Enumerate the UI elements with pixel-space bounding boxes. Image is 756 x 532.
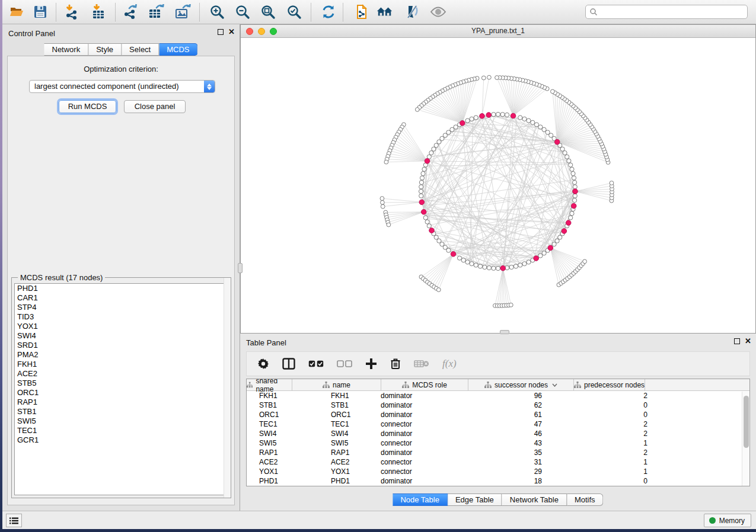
table-row[interactable]: PHD1 PHD1 dominator 18 0 <box>247 476 749 486</box>
column-header[interactable]: successor nodes <box>468 379 574 390</box>
cell-name[interactable]: ACE2 <box>324 458 370 466</box>
table-row[interactable]: RAP1 RAP1 dominator 35 2 <box>247 448 749 457</box>
table-tab[interactable]: Node Table <box>393 493 448 506</box>
cell-shared-name[interactable]: FKH1 <box>247 392 324 400</box>
network-frame-titlebar[interactable]: YPA_prune.txt_1 <box>241 25 755 38</box>
table-scrollbar[interactable] <box>742 392 749 486</box>
table-row[interactable]: YOX1 YOX1 connector 29 1 <box>247 467 749 476</box>
add-column-icon[interactable] <box>365 358 377 370</box>
table-row[interactable]: FKH1 FKH1 dominator 96 2 <box>247 391 749 400</box>
cell-shared-name[interactable]: PHD1 <box>247 477 324 485</box>
column-header[interactable]: predecessor nodes <box>574 379 645 390</box>
save-session-icon[interactable] <box>32 4 49 20</box>
cell-successor-nodes[interactable]: 18 <box>459 477 546 485</box>
column-header[interactable]: MCDS role <box>381 379 468 390</box>
table-scrollbar-thumb[interactable] <box>744 396 749 448</box>
mcds-result-item[interactable]: SWI5 <box>15 416 228 426</box>
cell-mcds-role[interactable]: connector <box>370 439 459 447</box>
network-canvas[interactable] <box>241 39 755 333</box>
mcds-result-item[interactable]: TID3 <box>15 312 228 322</box>
delete-table-icon[interactable] <box>414 360 429 368</box>
cell-mcds-role[interactable]: dominator <box>370 411 459 419</box>
export-image-icon[interactable] <box>175 4 192 20</box>
mcds-result-list[interactable]: PHD1CAR1STP4TID3YOX1SWI4SRD1PMA2FKH1ACE2… <box>14 283 228 495</box>
horizontal-splitter-handle[interactable] <box>500 330 509 334</box>
result-list-scrollbar[interactable] <box>224 278 231 498</box>
cell-successor-nodes[interactable]: 29 <box>459 467 546 476</box>
control-panel-tab[interactable]: MCDS <box>159 43 197 56</box>
cell-name[interactable]: PHD1 <box>324 477 370 485</box>
column-header[interactable]: name <box>292 379 381 390</box>
cell-name[interactable]: SWI5 <box>324 439 370 447</box>
cell-successor-nodes[interactable]: 31 <box>459 458 546 466</box>
export-table-icon[interactable] <box>148 4 165 20</box>
cell-successor-nodes[interactable]: 62 <box>459 401 546 409</box>
maximize-window-icon[interactable] <box>270 28 277 35</box>
cell-name[interactable]: STB1 <box>324 401 370 409</box>
mcds-result-item[interactable]: STB1 <box>15 407 228 416</box>
delete-column-icon[interactable] <box>390 358 401 370</box>
vertical-splitter-handle[interactable] <box>238 263 243 273</box>
cell-predecessor-nodes[interactable]: 0 <box>546 477 652 485</box>
table-row[interactable]: ORC1 ORC1 dominator 61 0 <box>247 410 749 419</box>
cell-successor-nodes[interactable]: 96 <box>459 392 546 400</box>
cell-predecessor-nodes[interactable]: 1 <box>546 439 652 447</box>
mcds-result-item[interactable]: PHD1 <box>15 284 228 293</box>
control-panel-tab[interactable]: Select <box>122 43 159 56</box>
cell-predecessor-nodes[interactable]: 1 <box>546 458 652 466</box>
cell-mcds-role[interactable]: connector <box>370 467 459 476</box>
task-history-button[interactable] <box>6 514 22 527</box>
mcds-result-item[interactable]: SRD1 <box>15 341 228 350</box>
close-panel-icon[interactable]: ✕ <box>745 338 751 344</box>
cell-mcds-role[interactable]: dominator <box>370 477 459 485</box>
mcds-result-item[interactable]: ORC1 <box>15 388 228 398</box>
hide-graphics-details-icon[interactable] <box>403 4 420 20</box>
cell-mcds-role[interactable]: dominator <box>370 401 459 409</box>
cell-predecessor-nodes[interactable]: 2 <box>546 392 652 400</box>
import-network-icon[interactable] <box>64 4 81 20</box>
import-table-icon[interactable] <box>90 4 107 20</box>
zoom-out-icon[interactable] <box>234 4 251 20</box>
cell-shared-name[interactable]: RAP1 <box>247 448 324 457</box>
cell-shared-name[interactable]: STB1 <box>247 401 324 409</box>
cell-name[interactable]: SWI4 <box>324 430 370 438</box>
table-row[interactable]: TEC1 TEC1 connector 47 2 <box>247 419 749 429</box>
mcds-result-item[interactable]: CAR1 <box>15 293 228 303</box>
eye-icon[interactable] <box>430 4 446 20</box>
cell-predecessor-nodes[interactable]: 2 <box>546 420 652 428</box>
mcds-result-item[interactable]: PMA2 <box>15 350 228 360</box>
cell-predecessor-nodes[interactable]: 2 <box>546 448 652 457</box>
deselect-all-rows-icon[interactable] <box>337 360 352 367</box>
refresh-layout-icon[interactable] <box>320 4 337 20</box>
table-row[interactable]: STB1 STB1 dominator 62 0 <box>247 400 749 410</box>
run-mcds-button[interactable]: Run MCDS <box>59 100 116 113</box>
cell-successor-nodes[interactable]: 61 <box>459 411 546 419</box>
mcds-result-item[interactable]: STB5 <box>15 379 228 388</box>
zoom-in-icon[interactable] <box>209 4 225 20</box>
cell-name[interactable]: TEC1 <box>324 420 370 428</box>
cell-shared-name[interactable]: SWI4 <box>247 430 324 438</box>
cell-shared-name[interactable]: YOX1 <box>247 467 324 476</box>
select-all-rows-icon[interactable] <box>308 360 324 367</box>
cell-name[interactable]: ORC1 <box>324 411 370 419</box>
float-window-icon[interactable] <box>734 338 740 344</box>
table-tab[interactable]: Motifs <box>567 493 604 506</box>
table-row[interactable]: SWI5 SWI5 connector 43 1 <box>247 438 749 448</box>
mcds-result-item[interactable]: SWI4 <box>15 331 228 341</box>
cell-shared-name[interactable]: TEC1 <box>247 420 324 428</box>
table-tab[interactable]: Edge Table <box>448 493 502 506</box>
cell-successor-nodes[interactable]: 43 <box>459 439 546 447</box>
close-window-icon[interactable] <box>246 28 253 35</box>
mcds-result-item[interactable]: ACE2 <box>15 369 228 379</box>
mcds-result-item[interactable]: YOX1 <box>15 322 228 331</box>
minimize-window-icon[interactable] <box>258 28 265 35</box>
cell-successor-nodes[interactable]: 46 <box>459 430 546 438</box>
table-options-icon[interactable] <box>257 358 269 370</box>
zoom-selected-icon[interactable] <box>286 4 302 20</box>
clone-network-icon[interactable] <box>352 4 369 20</box>
mcds-result-item[interactable]: GCR1 <box>15 435 228 445</box>
table-row[interactable]: SWI4 SWI4 dominator 46 2 <box>247 429 749 438</box>
float-window-icon[interactable] <box>218 29 224 35</box>
cell-mcds-role[interactable]: connector <box>370 458 459 466</box>
cell-successor-nodes[interactable]: 35 <box>459 448 546 457</box>
